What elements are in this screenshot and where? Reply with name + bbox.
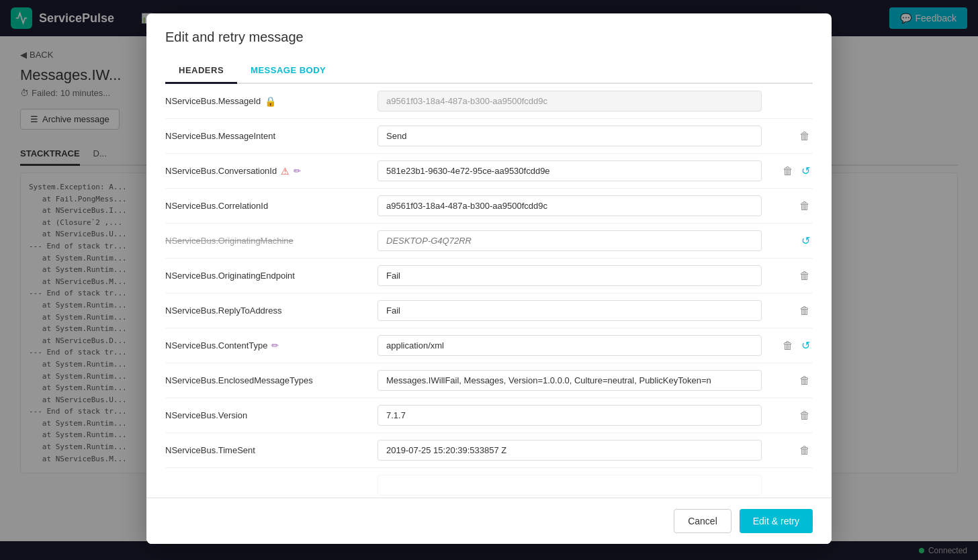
edit-icon-2: ✏ xyxy=(294,166,301,176)
modal: Edit and retry message HEADERS MESSAGE B… xyxy=(146,13,832,544)
header-input-7[interactable] xyxy=(377,335,762,356)
header-row-version: NServiceBus.Version 🗑 xyxy=(165,398,813,433)
header-key-3: NServiceBus.CorrelationId xyxy=(165,201,367,211)
header-key-10: NServiceBus.TimeSent xyxy=(165,445,367,455)
header-input-4[interactable] xyxy=(377,230,762,251)
header-row-more xyxy=(165,468,813,498)
header-row-conversationid: NServiceBus.ConversationId ⚠ ✏ 🗑 ↺ xyxy=(165,154,813,189)
edit-retry-button[interactable]: Edit & retry xyxy=(740,509,813,533)
header-input-2[interactable] xyxy=(377,160,762,181)
delete-button-10[interactable]: 🗑 xyxy=(797,442,813,459)
header-value-container-1 xyxy=(377,126,762,146)
modal-footer: Cancel Edit & retry xyxy=(146,498,832,544)
header-actions-1: 🗑 xyxy=(772,128,813,145)
header-key-1: NServiceBus.MessageIntent xyxy=(165,131,367,141)
header-row-originatingendpoint: NServiceBus.OriginatingEndpoint 🗑 xyxy=(165,259,813,293)
header-key-6: NServiceBus.ReplyToAddress xyxy=(165,306,367,316)
reset-button-4[interactable]: ↺ xyxy=(799,232,813,250)
header-value-container-8 xyxy=(377,370,762,391)
delete-button-3[interactable]: 🗑 xyxy=(797,197,813,215)
modal-title: Edit and retry message xyxy=(165,30,813,45)
delete-button-5[interactable]: 🗑 xyxy=(797,267,813,285)
header-key-9: NServiceBus.Version xyxy=(165,410,367,420)
delete-button-7[interactable]: 🗑 xyxy=(780,337,796,355)
header-value-container-3 xyxy=(377,195,762,216)
header-row-originatingmachine: NServiceBus.OriginatingMachine ↺ xyxy=(165,224,813,259)
header-row-contenttype: NServiceBus.ContentType ✏ 🗑 ↺ xyxy=(165,328,813,363)
reset-button-2[interactable]: ↺ xyxy=(799,162,813,180)
header-key-2: NServiceBus.ConversationId ⚠ ✏ xyxy=(165,166,367,177)
header-input-3[interactable] xyxy=(377,195,762,216)
header-row-enclosedmessagetypes: NServiceBus.EnclosedMessageTypes 🗑 xyxy=(165,363,813,398)
header-value-container-0 xyxy=(377,91,762,111)
header-actions-2: 🗑 ↺ xyxy=(772,162,813,180)
reset-button-7[interactable]: ↺ xyxy=(799,336,813,355)
header-input-8[interactable] xyxy=(377,370,762,391)
modal-header: Edit and retry message HEADERS MESSAGE B… xyxy=(146,13,832,84)
header-value-container-7 xyxy=(377,335,762,356)
header-value-container-2 xyxy=(377,160,762,181)
cancel-button[interactable]: Cancel xyxy=(674,509,731,533)
header-row-messageid: NServiceBus.MessageId 🔒 xyxy=(165,84,813,119)
warning-icon-2: ⚠ xyxy=(281,166,290,177)
header-actions-6: 🗑 xyxy=(772,302,813,320)
header-row-timesent: NServiceBus.TimeSent 🗑 xyxy=(165,433,813,468)
lock-icon-0: 🔒 xyxy=(265,96,276,107)
header-actions-7: 🗑 ↺ xyxy=(772,336,813,355)
header-actions-8: 🗑 xyxy=(772,372,813,389)
header-row-messageintent: NServiceBus.MessageIntent 🗑 xyxy=(165,119,813,154)
header-value-container-5 xyxy=(377,265,762,286)
header-actions-9: 🗑 xyxy=(772,407,813,424)
modal-body: NServiceBus.MessageId 🔒 NServiceBus.Mess… xyxy=(146,84,832,498)
header-input-0 xyxy=(377,91,762,111)
header-key-0: NServiceBus.MessageId 🔒 xyxy=(165,96,367,107)
header-key-4: NServiceBus.OriginatingMachine xyxy=(165,236,367,246)
modal-tabs: HEADERS MESSAGE BODY xyxy=(165,58,813,84)
tab-message-body[interactable]: MESSAGE BODY xyxy=(237,58,339,84)
header-input-1[interactable] xyxy=(377,126,762,146)
header-key-8: NServiceBus.EnclosedMessageTypes xyxy=(165,375,367,385)
header-actions-10: 🗑 xyxy=(772,442,813,459)
delete-button-6[interactable]: 🗑 xyxy=(797,302,813,320)
header-input-5[interactable] xyxy=(377,265,762,286)
delete-button-9[interactable]: 🗑 xyxy=(797,407,813,424)
pencil-icon-7: ✏ xyxy=(271,340,279,351)
modal-overlay: Edit and retry message HEADERS MESSAGE B… xyxy=(0,0,978,560)
header-row-replytoaddress: NServiceBus.ReplyToAddress 🗑 xyxy=(165,293,813,328)
header-actions-3: 🗑 xyxy=(772,197,813,215)
header-value-container-6 xyxy=(377,300,762,321)
header-key-7: NServiceBus.ContentType ✏ xyxy=(165,340,367,351)
header-row-correlationid: NServiceBus.CorrelationId 🗑 xyxy=(165,189,813,224)
header-value-container-more xyxy=(377,475,762,496)
header-input-9[interactable] xyxy=(377,405,762,426)
header-value-container-10 xyxy=(377,440,762,461)
header-value-container-9 xyxy=(377,405,762,426)
delete-button-1[interactable]: 🗑 xyxy=(797,128,813,145)
delete-button-2[interactable]: 🗑 xyxy=(780,162,796,180)
header-input-6[interactable] xyxy=(377,300,762,321)
header-input-10[interactable] xyxy=(377,440,762,461)
header-key-5: NServiceBus.OriginatingEndpoint xyxy=(165,271,367,281)
header-input-more xyxy=(377,475,762,496)
header-value-container-4 xyxy=(377,230,762,251)
header-actions-4: ↺ xyxy=(772,232,813,250)
delete-button-8[interactable]: 🗑 xyxy=(797,372,813,389)
tab-headers[interactable]: HEADERS xyxy=(165,58,237,84)
header-actions-5: 🗑 xyxy=(772,267,813,285)
